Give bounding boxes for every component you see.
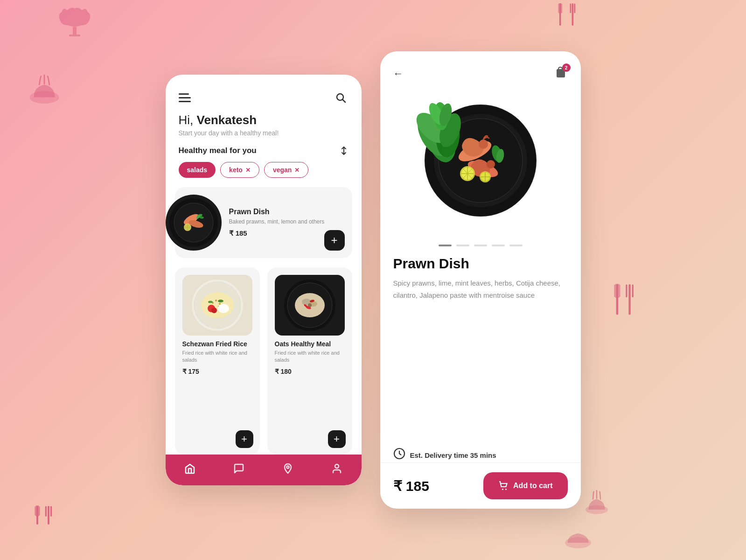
- svg-rect-0: [73, 27, 77, 35]
- screen2-phone: ← 2: [380, 51, 581, 509]
- section-header: Healthy meal for you: [166, 146, 362, 162]
- dishes-grid: Schezwan Fried Rice Fried rice with whit…: [166, 267, 362, 455]
- sort-button[interactable]: [339, 146, 349, 155]
- search-button[interactable]: [333, 90, 349, 105]
- svg-point-40: [211, 308, 217, 313]
- nav-chat-button[interactable]: [233, 463, 244, 477]
- schezwan-dish-image: [182, 275, 252, 336]
- schezwan-dish-desc: Fried rice with white rice and salads: [182, 350, 252, 364]
- greeting-subtitle: Start your day with a healthy meal!: [179, 129, 349, 137]
- svg-point-32: [201, 292, 234, 318]
- grid-card-oats[interactable]: Oats Healthy Meal Fried rice with white …: [267, 267, 352, 455]
- svg-point-41: [218, 300, 223, 302]
- cart-button[interactable]: 2: [555, 66, 568, 81]
- herb-decoration: [408, 100, 474, 174]
- filter-tags-container: salads keto ✕ vegan ✕: [166, 162, 362, 187]
- section-title: Healthy meal for you: [179, 146, 257, 155]
- svg-point-69: [479, 140, 488, 149]
- dish-detail-name: Prawn Dish: [393, 256, 568, 272]
- schezwan-add-button[interactable]: +: [236, 430, 253, 448]
- add-to-cart-button[interactable]: Add to cart: [483, 472, 567, 499]
- greeting-text: Hi, Venkatesh: [179, 113, 349, 127]
- svg-point-34: [215, 300, 217, 301]
- filter-tag-salads[interactable]: salads: [179, 162, 216, 178]
- hamburger-menu-button[interactable]: [179, 93, 191, 102]
- oats-dish-name: Oats Healthy Meal: [275, 340, 345, 348]
- tag-close-keto[interactable]: ✕: [245, 167, 251, 173]
- nav-home-button[interactable]: [184, 463, 195, 477]
- svg-point-35: [219, 303, 221, 305]
- cart-badge: 2: [562, 63, 571, 72]
- delivery-info-section: Est. Delivery time 35 mins: [380, 448, 581, 462]
- dish-hero-section: [380, 86, 581, 235]
- dot-1: [439, 245, 452, 246]
- dot-2: [456, 245, 469, 246]
- grid-card-schezwan[interactable]: Schezwan Fried Rice Fried rice with whit…: [175, 267, 260, 455]
- filter-tag-vegan[interactable]: vegan ✕: [264, 162, 308, 178]
- featured-dish-name: Prawn Dish: [229, 208, 345, 216]
- svg-point-52: [287, 466, 289, 469]
- svg-point-86: [505, 489, 507, 490]
- price-display: ₹ 185: [393, 478, 484, 494]
- svg-point-53: [335, 464, 339, 468]
- oats-dish-image: [275, 275, 345, 336]
- screen2-header: ← 2: [380, 51, 581, 81]
- featured-dish-desc: Baked prawns, mint, lemon and others: [229, 218, 345, 226]
- delivery-time-text: Est. Delivery time 35 mins: [410, 451, 496, 459]
- svg-rect-1: [69, 35, 80, 36]
- greeting-section: Hi, Venkatesh Start your day with a heal…: [166, 113, 362, 146]
- featured-add-button[interactable]: +: [324, 230, 345, 251]
- svg-line-18: [342, 100, 345, 103]
- nav-location-button[interactable]: [282, 463, 293, 477]
- action-bar: ₹ 185 Add to cart: [380, 462, 581, 509]
- image-dots-indicator: [380, 235, 581, 251]
- svg-point-85: [502, 489, 503, 490]
- dot-3: [474, 245, 487, 246]
- featured-dish-card[interactable]: Prawn Dish Baked prawns, mint, lemon and…: [175, 187, 352, 258]
- oats-dish-price: ₹ 180: [275, 368, 345, 375]
- svg-point-38: [218, 304, 229, 313]
- schezwan-dish-name: Schezwan Fried Rice: [182, 340, 252, 348]
- dish-detail-description: Spicy prawns, lime, mint leaves, herbs, …: [393, 277, 568, 301]
- screen1-header: [166, 75, 362, 113]
- filter-tag-keto[interactable]: keto ✕: [220, 162, 259, 178]
- nav-profile-button[interactable]: [331, 463, 342, 477]
- svg-point-51: [308, 303, 312, 307]
- screen1-phone: Hi, Venkatesh Start your day with a heal…: [166, 75, 362, 485]
- svg-point-71: [487, 160, 495, 168]
- schezwan-dish-price: ₹ 175: [182, 368, 252, 375]
- tag-close-vegan[interactable]: ✕: [294, 167, 300, 173]
- oats-dish-desc: Fried rice with white rice and salads: [275, 350, 345, 364]
- svg-point-42: [208, 301, 213, 303]
- back-button[interactable]: ←: [393, 68, 404, 80]
- bottom-navigation: [166, 455, 362, 485]
- oats-add-button[interactable]: +: [328, 430, 346, 448]
- dot-4: [492, 245, 505, 246]
- featured-dish-image: [166, 195, 222, 251]
- dish-detail-section: Prawn Dish Spicy prawns, lime, mint leav…: [380, 251, 581, 436]
- dot-5: [509, 245, 523, 246]
- add-to-cart-label: Add to cart: [513, 482, 552, 490]
- clock-icon: [393, 448, 405, 462]
